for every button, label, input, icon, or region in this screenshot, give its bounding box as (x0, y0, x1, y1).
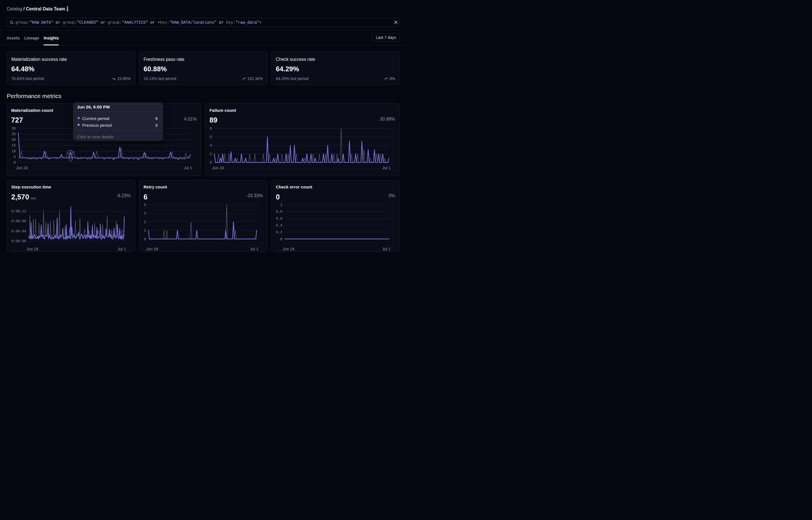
svg-text:30: 30 (11, 127, 16, 130)
svg-text:0: 0 (144, 237, 146, 241)
svg-text:Jul 1: Jul 1 (250, 247, 258, 251)
svg-text:Jul 1: Jul 1 (382, 165, 391, 170)
svg-text:Jul 1: Jul 1 (382, 247, 391, 251)
svg-text:0: 0 (14, 161, 16, 164)
svg-text:0:00:12: 0:00:12 (11, 210, 26, 213)
svg-text:20: 20 (11, 138, 16, 142)
svg-text:10: 10 (11, 149, 16, 153)
svg-text:0.8: 0.8 (276, 210, 282, 214)
svg-text:0:00:08: 0:00:08 (11, 219, 26, 224)
svg-text:15: 15 (11, 144, 16, 148)
svg-text:Jun 24: Jun 24 (212, 165, 224, 170)
svg-text:2: 2 (144, 220, 146, 224)
svg-text:0:00:04: 0:00:04 (11, 230, 26, 234)
svg-text:0.2: 0.2 (276, 230, 282, 234)
svg-text:0: 0 (210, 161, 212, 164)
svg-text:2: 2 (210, 152, 212, 156)
svg-text:Jun 24: Jun 24 (146, 247, 158, 251)
svg-text:0: 0 (280, 237, 282, 241)
svg-text:Jun 24: Jun 24 (26, 247, 38, 251)
svg-text:8: 8 (210, 127, 212, 130)
svg-text:0:00:00: 0:00:00 (11, 239, 26, 243)
svg-text:3: 3 (144, 212, 146, 215)
svg-text:25: 25 (11, 132, 16, 136)
svg-text:Jul 1: Jul 1 (184, 165, 192, 170)
svg-text:Jul 1: Jul 1 (117, 247, 126, 251)
svg-text:1: 1 (144, 229, 146, 233)
svg-text:4: 4 (144, 203, 146, 207)
svg-text:6: 6 (210, 135, 212, 139)
svg-text:0.4: 0.4 (276, 224, 282, 228)
svg-text:4: 4 (210, 144, 212, 148)
svg-text:1: 1 (280, 203, 282, 207)
svg-text:Jun 24: Jun 24 (16, 165, 28, 170)
svg-text:Jun 24: Jun 24 (283, 247, 294, 251)
svg-text:5: 5 (14, 155, 16, 159)
svg-text:0.6: 0.6 (276, 217, 282, 221)
